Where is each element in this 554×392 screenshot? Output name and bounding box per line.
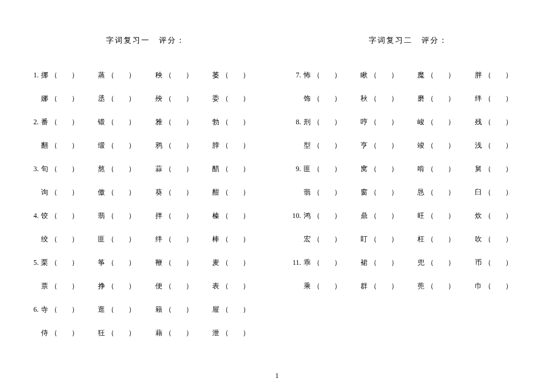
blank-paren: （） xyxy=(427,234,455,244)
table-row: 1. 挪（） 蒸（） 秧（） 萎（） xyxy=(23,63,268,87)
char: 匪 xyxy=(97,234,106,244)
table-row: 饰（） 秋（） 磨（） 绊（） xyxy=(286,87,531,110)
table-row: 侍（） 狂（） 藉（） 泄（） xyxy=(23,321,268,345)
char: 舅 xyxy=(474,164,483,174)
char: 刑 xyxy=(303,117,312,127)
blank-paren: （） xyxy=(484,94,512,104)
blank-paren: （） xyxy=(50,188,79,197)
blank-paren: （） xyxy=(370,141,398,151)
row-number: 9. xyxy=(286,165,303,173)
blank-paren: （） xyxy=(313,141,341,151)
char: 鸦 xyxy=(154,141,164,151)
char-cell: 鞭（） xyxy=(154,258,211,268)
char-cell: 亨（） xyxy=(359,141,416,151)
char: 秧 xyxy=(154,70,164,80)
char-cell: 绊（） xyxy=(154,234,211,244)
columns-container: 字词复习一 评分： 1. 挪（） 蒸（） 秧（） 萎（） 娜（） 丞（） 殃（）… xyxy=(23,35,531,367)
char: 炊 xyxy=(474,211,483,221)
blank-paren: （） xyxy=(313,211,341,221)
row-number: 3. xyxy=(23,165,40,173)
char-cell: 挪（） xyxy=(40,70,97,80)
char: 翻 xyxy=(40,141,49,151)
blank-paren: （） xyxy=(427,117,455,127)
blank-paren: （） xyxy=(427,164,455,174)
char: 鞭 xyxy=(154,258,164,268)
char-cell: 锻（） xyxy=(97,117,154,127)
char: 哼 xyxy=(359,117,369,127)
blank-paren: （） xyxy=(107,141,135,151)
char-cell: 啃（） xyxy=(416,164,473,174)
char-cell: 榛（） xyxy=(211,211,268,221)
char: 裙 xyxy=(359,258,369,268)
blank-paren: （） xyxy=(50,141,79,151)
char: 傲 xyxy=(97,188,106,197)
char: 殃 xyxy=(154,94,164,104)
blank-paren: （） xyxy=(222,164,250,174)
char-cell: 胖（） xyxy=(474,70,531,80)
char: 宏 xyxy=(303,234,312,244)
char-cell: 群（） xyxy=(359,281,416,291)
blank-paren: （） xyxy=(370,281,398,291)
char-cell: 恳（） xyxy=(416,188,473,197)
char-cell: 枉（） xyxy=(416,234,473,244)
char: 竣 xyxy=(416,141,426,151)
blank-paren: （） xyxy=(50,234,79,244)
char: 窗 xyxy=(359,188,369,197)
blank-paren: （） xyxy=(165,141,193,151)
char: 询 xyxy=(40,188,49,197)
blank-paren: （） xyxy=(484,258,512,268)
blank-paren: （） xyxy=(427,211,455,221)
char-cell: 瞅（） xyxy=(359,70,416,80)
char: 屉 xyxy=(211,305,220,315)
blank-paren: （） xyxy=(50,70,79,80)
char-cell: 鼎（） xyxy=(359,211,416,221)
char: 萎 xyxy=(211,70,220,80)
char: 型 xyxy=(303,141,312,151)
right-column: 字词复习二 评分： 7. 怖（） 瞅（） 魔（） 胖（） 饰（） 秋（） 磨（）… xyxy=(286,35,531,367)
blank-paren: （） xyxy=(313,164,341,174)
blank-paren: （） xyxy=(484,164,512,174)
blank-paren: （） xyxy=(484,211,512,221)
blank-paren: （） xyxy=(107,211,135,221)
char-cell: 乖（） xyxy=(303,258,359,268)
char: 表 xyxy=(211,281,220,291)
char: 筝 xyxy=(97,258,106,268)
char-cell: 蔸（） xyxy=(416,281,473,291)
char-cell: 鸦（） xyxy=(154,141,211,151)
table-row: 9. 匪（） 窝（） 啃（） 舅（） xyxy=(286,157,531,180)
blank-paren: （） xyxy=(165,258,193,268)
table-row: 翡（） 窗（） 恳（） 臼（） xyxy=(286,180,531,204)
row-number: 2. xyxy=(23,118,40,127)
char: 票 xyxy=(40,281,49,291)
char: 熬 xyxy=(97,164,106,174)
char-cell: 哼（） xyxy=(359,117,416,127)
char: 鼎 xyxy=(359,211,369,221)
char: 臼 xyxy=(474,188,483,197)
char: 便 xyxy=(154,281,164,291)
blank-paren: （） xyxy=(107,70,135,80)
blank-paren: （） xyxy=(165,281,193,291)
table-row: 宏（） 盯（） 枉（） 吹（） xyxy=(286,227,531,251)
blank-paren: （） xyxy=(222,328,250,338)
char: 啃 xyxy=(416,164,426,174)
char: 亨 xyxy=(359,141,369,151)
char-cell: 脖（） xyxy=(211,141,268,151)
blank-paren: （） xyxy=(50,305,79,315)
blank-paren: （） xyxy=(222,211,250,221)
char-cell: 拌（） xyxy=(154,211,211,221)
char-cell: 旬（） xyxy=(40,164,97,174)
char-cell: 栗（） xyxy=(40,258,97,268)
char: 逛 xyxy=(97,305,106,315)
char: 残 xyxy=(474,117,483,127)
blank-paren: （） xyxy=(370,94,398,104)
blank-paren: （） xyxy=(222,94,250,104)
char: 狂 xyxy=(97,328,106,338)
char-cell: 醋（） xyxy=(211,164,268,174)
char: 浅 xyxy=(474,141,483,151)
blank-paren: （） xyxy=(484,188,512,197)
char-cell: 籍（） xyxy=(154,305,211,315)
blank-paren: （） xyxy=(222,258,250,268)
char: 恳 xyxy=(416,188,426,197)
char: 胖 xyxy=(474,70,483,80)
blank-paren: （） xyxy=(427,94,455,104)
